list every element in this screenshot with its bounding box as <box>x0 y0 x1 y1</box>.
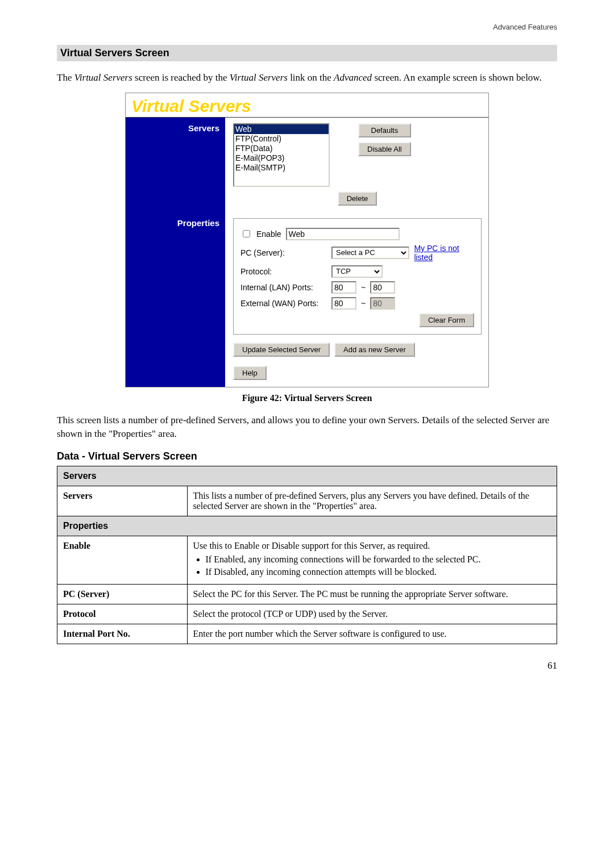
post-figure-paragraph: This screen lists a number of pre-define… <box>57 414 557 441</box>
properties-box: Enable PC (Server): Select a PC My PC is… <box>233 218 482 335</box>
row-protocol-name: Protocol <box>57 604 188 624</box>
internal-ports-label: Internal (LAN) Ports: <box>240 283 327 292</box>
external-port-2-input[interactable] <box>370 297 395 310</box>
delete-button[interactable]: Delete <box>338 191 377 206</box>
external-ports-label: External (WAN) Ports: <box>240 299 327 308</box>
pc-server-select[interactable]: Select a PC <box>331 247 409 259</box>
figure-caption: Figure 42: Virtual Servers Screen <box>57 393 557 403</box>
row-protocol-desc: Select the protocol (TCP or UDP) used by… <box>187 604 557 624</box>
server-option-web[interactable]: Web <box>234 124 329 134</box>
data-table: Servers Servers This lists a number of p… <box>57 466 557 644</box>
pc-not-listed-link[interactable]: My PC is not listed <box>414 244 474 262</box>
intro-paragraph: The Virtual Servers screen is reached by… <box>57 71 557 85</box>
header-breadcrumb: Advanced Features <box>57 23 557 31</box>
group-properties: Properties <box>57 516 557 536</box>
row-enable-bullet-2: If Disabled, any incoming connection att… <box>206 567 551 577</box>
intro-adv: Advanced <box>334 72 372 83</box>
row-enable-desc-cell: Use this to Enable or Disable support fo… <box>187 536 557 585</box>
help-button[interactable]: Help <box>233 366 267 380</box>
router-title: Virtual Servers <box>126 93 488 117</box>
server-option-pop3[interactable]: E-Mail(POP3) <box>234 153 329 163</box>
clear-form-button[interactable]: Clear Form <box>419 313 474 327</box>
protocol-label: Protocol: <box>240 267 327 276</box>
intro-mid2: link on the <box>288 72 334 83</box>
row-enable-bullet-1: If Enabled, any incoming connections wil… <box>206 554 551 565</box>
server-listbox[interactable]: Web FTP(Control) FTP(Data) E-Mail(POP3) … <box>233 123 330 187</box>
intro-p1-pre: The <box>57 72 74 83</box>
add-as-new-server-button[interactable]: Add as new Server <box>334 343 415 357</box>
row-internalport-name: Internal Port No. <box>57 624 188 644</box>
protocol-select[interactable]: TCP <box>331 265 383 278</box>
row-servers-name: Servers <box>57 486 188 516</box>
pc-server-label: PC (Server): <box>240 248 327 257</box>
label-servers: Servers <box>126 118 225 212</box>
row-internalport-desc: Enter the port number which the Server s… <box>187 624 557 644</box>
screenshot-virtual-servers: Virtual Servers Servers Web FTP(Control)… <box>125 93 489 387</box>
external-port-1-input[interactable] <box>331 297 356 310</box>
intro-vs1: Virtual Servers <box>74 72 132 83</box>
intro-end: screen. An example screen is shown below… <box>372 72 542 83</box>
intro-mid1: screen is reached by the <box>132 72 230 83</box>
row-pcserver-name: PC (Server) <box>57 585 188 604</box>
internal-port-2-input[interactable] <box>370 281 395 294</box>
defaults-button[interactable]: Defaults <box>358 123 411 137</box>
section-title: Virtual Servers Screen <box>57 45 557 61</box>
row-enable-name: Enable <box>57 536 188 585</box>
group-servers: Servers <box>57 466 557 486</box>
row-servers-desc: This lists a number of pre-defined Serve… <box>187 486 557 516</box>
server-option-ftp-control[interactable]: FTP(Control) <box>234 134 329 144</box>
enable-checkbox[interactable] <box>243 230 250 237</box>
data-table-heading: Data - Virtual Servers Screen <box>57 450 557 462</box>
server-option-ftp-data[interactable]: FTP(Data) <box>234 144 329 153</box>
intro-vs2: Virtual Servers <box>230 72 288 83</box>
enable-label: Enable <box>256 229 281 239</box>
label-properties: Properties <box>126 212 225 387</box>
tilde-1: ~ <box>361 283 366 292</box>
server-name-input[interactable] <box>286 228 400 240</box>
row-enable-desc: Use this to Enable or Disable support fo… <box>193 541 430 550</box>
update-selected-server-button[interactable]: Update Selected Server <box>233 343 330 357</box>
internal-port-1-input[interactable] <box>331 281 356 294</box>
disable-all-button[interactable]: Disable All <box>358 142 411 156</box>
row-pcserver-desc: Select the PC for this Server. The PC mu… <box>187 585 557 604</box>
page-number: 61 <box>57 660 557 671</box>
server-option-smtp[interactable]: E-Mail(SMTP) <box>234 163 329 173</box>
tilde-2: ~ <box>361 299 366 308</box>
